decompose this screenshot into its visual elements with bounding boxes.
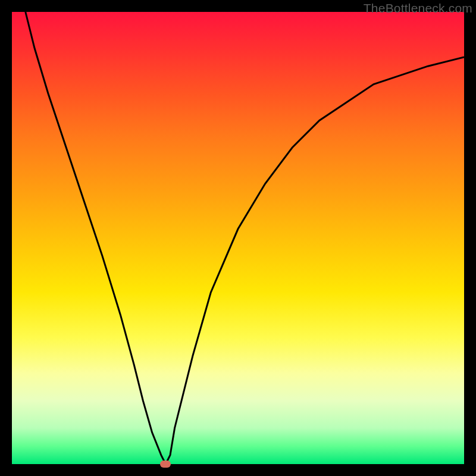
chart-frame: TheBottleneck.com <box>0 0 476 476</box>
bottleneck-curve-line <box>26 12 464 464</box>
watermark-text: TheBottleneck.com <box>364 1 472 15</box>
plot-area <box>12 12 464 464</box>
optimal-point-marker <box>160 461 171 468</box>
curve-svg <box>12 12 464 464</box>
